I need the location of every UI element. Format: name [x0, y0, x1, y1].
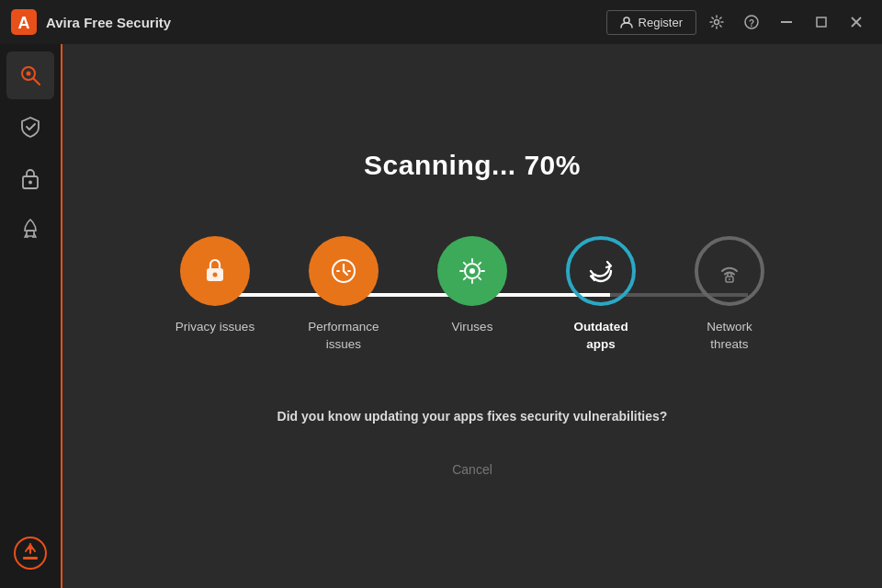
titlebar-right: Register ? [606, 7, 871, 37]
wifi-lock-icon [714, 255, 745, 287]
user-icon [620, 16, 633, 28]
step-label-performance: Performanceissues [308, 319, 379, 354]
svg-rect-17 [23, 557, 38, 560]
step-label-network: Networkthreats [707, 319, 752, 354]
svg-line-30 [479, 263, 481, 265]
step-label-viruses: Viruses [452, 319, 493, 336]
virus-icon [457, 255, 488, 287]
shield-check-icon [18, 115, 42, 139]
minimize-icon [781, 21, 792, 23]
sidebar-item-upgrade[interactable] [6, 529, 54, 577]
step-viruses: Viruses [417, 236, 527, 354]
sidebar-item-protection[interactable] [6, 103, 54, 151]
svg-line-27 [464, 263, 466, 265]
app-title: Avira Free Security [46, 15, 171, 30]
svg-point-19 [213, 273, 218, 277]
step-circle-performance [309, 236, 379, 306]
svg-point-3 [715, 20, 719, 25]
help-button[interactable]: ? [737, 7, 766, 37]
refresh-icon [584, 254, 617, 288]
step-performance-issues: Performanceissues [288, 236, 399, 354]
titlebar: A Avira Free Security Register ? [0, 0, 882, 44]
settings-button[interactable] [702, 7, 731, 37]
sidebar [0, 44, 62, 588]
register-button[interactable]: Register [606, 10, 696, 35]
lock-icon [20, 166, 40, 190]
titlebar-left: A Avira Free Security [11, 9, 171, 35]
svg-point-2 [624, 17, 629, 23]
svg-point-12 [27, 72, 31, 76]
minimize-button[interactable] [772, 7, 801, 37]
svg-point-32 [729, 278, 730, 280]
sidebar-item-privacy[interactable] [6, 154, 54, 202]
svg-line-28 [479, 277, 481, 279]
step-circle-network [695, 236, 764, 306]
steps-row: Privacy issues Performanceissues [160, 236, 785, 354]
close-button[interactable] [842, 7, 871, 37]
close-icon [851, 17, 862, 28]
help-icon: ? [744, 15, 759, 29]
sidebar-item-scan[interactable] [6, 51, 54, 99]
sidebar-item-performance[interactable] [6, 206, 54, 254]
scan-icon [18, 63, 42, 87]
svg-rect-15 [27, 231, 34, 236]
step-circle-viruses [437, 236, 507, 306]
progress-track: Privacy issues Performanceissues [160, 236, 785, 354]
svg-text:A: A [18, 14, 30, 32]
privacy-icon [199, 255, 231, 287]
svg-point-22 [469, 268, 475, 274]
step-outdated-apps: Outdatedapps [546, 236, 656, 354]
step-label-outdated: Outdatedapps [573, 319, 628, 354]
scan-title: Scanning... 70% [364, 150, 581, 181]
svg-point-14 [28, 181, 32, 185]
maximize-icon [816, 17, 827, 28]
step-label-privacy: Privacy issues [175, 319, 254, 336]
main-layout: Scanning... 70% Privac [0, 44, 882, 588]
app-logo: A [11, 9, 37, 35]
upgrade-icon [14, 537, 47, 570]
cancel-button[interactable]: Cancel [437, 457, 507, 482]
rocket-icon [19, 218, 41, 242]
maximize-button[interactable] [807, 7, 836, 37]
content-area: Scanning... 70% Privac [62, 44, 882, 588]
svg-text:?: ? [749, 18, 754, 28]
tip-text: Did you know updating your apps fixes se… [277, 409, 668, 424]
svg-rect-7 [817, 17, 826, 27]
step-circle-privacy [180, 236, 250, 306]
step-network-threats: Networkthreats [674, 236, 785, 354]
step-circle-outdated [566, 236, 636, 306]
gear-icon [709, 15, 724, 29]
svg-line-11 [34, 79, 40, 85]
performance-icon [328, 255, 359, 287]
svg-line-29 [464, 277, 466, 279]
tip-highlight: Did you know updating your apps fixes se… [277, 409, 668, 424]
step-privacy-issues: Privacy issues [160, 236, 270, 354]
